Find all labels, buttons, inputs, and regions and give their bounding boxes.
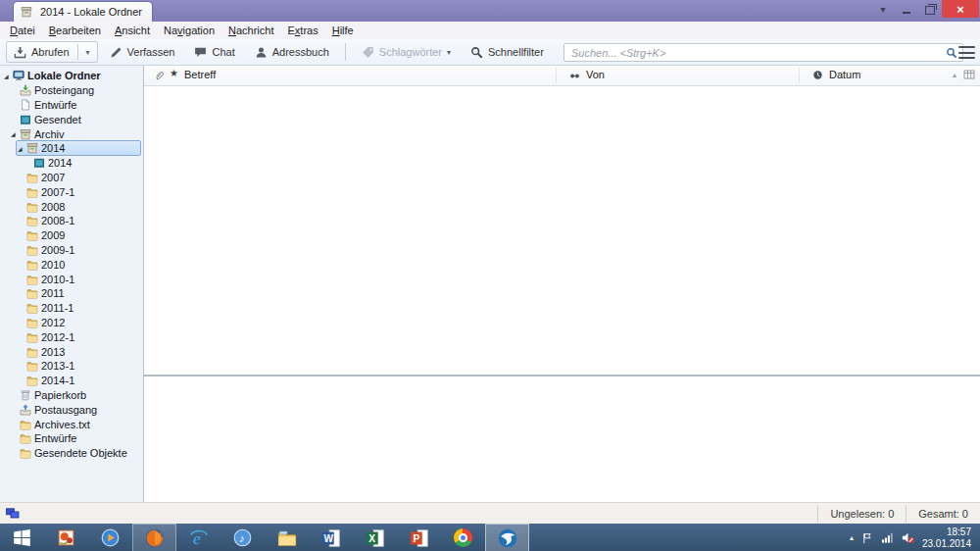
toolbar-button-chat[interactable]: Chat [186,41,242,63]
menu-ansicht[interactable]: Ansicht [108,23,157,38]
folder-label: 2009-1 [41,244,74,256]
online-status-icon[interactable] [6,508,20,520]
message-list[interactable] [144,86,980,375]
folder-item-2013-1[interactable]: 2013-1 [0,359,143,374]
restore-button[interactable] [918,0,942,18]
taskbar-app-internet-explorer[interactable]: e [176,524,220,551]
minimize-button[interactable] [895,0,918,18]
star-column-icon[interactable]: ★ [170,68,178,78]
folder-item-2014[interactable]: 2014 [0,156,143,171]
folder-label: 2012-1 [41,331,74,343]
menu-hilfe[interactable]: Hilfe [325,23,361,38]
folder-item-2014[interactable]: ◢2014 [0,141,143,156]
folder-label: 2013-1 [41,360,74,372]
column-betreff[interactable]: Betreff [184,69,216,80]
menu-navigation[interactable]: Navigation [157,23,221,38]
tab-list-button[interactable]: ▾ [871,0,895,18]
twisty-expanded-icon[interactable]: ◢ [10,130,20,137]
folder-label: Posteingang [34,84,94,96]
search-icon[interactable] [946,47,957,59]
toolbar-button-adressbuch[interactable]: Adressbuch [247,41,337,63]
folder-item-2013[interactable]: 2013 [0,344,143,359]
thread-pane: ★ Betreff Von Datum ▴ [144,66,980,502]
folder-icon [26,302,41,314]
toolbar-button-label: Adressbuch [272,46,329,58]
sort-direction-icon[interactable]: ▴ [953,71,956,79]
toolbar-button-abrufen[interactable]: Abrufen▾ [6,41,98,63]
taskbar-clock[interactable]: 18:57 23.01.2014 [922,526,971,549]
folder-item-2008[interactable]: 2008 [0,199,143,214]
action-center-flag-icon[interactable] [861,532,873,544]
folder-item-archiv[interactable]: ◢Archiv [0,126,143,141]
toolbar-button-schnellfilter[interactable]: Schnellfilter [463,41,552,63]
twisty-expanded-icon[interactable]: ◢ [17,145,26,152]
twisty-expanded-icon[interactable]: ◢ [3,73,13,79]
toolbar-separator [345,43,346,61]
taskbar-app-powerpoint[interactable]: P [397,524,441,551]
network-icon[interactable] [881,531,894,544]
search-input[interactable] [569,46,946,60]
folder-item-2007-1[interactable]: 2007-1 [0,184,143,199]
folder-item-papierkorb[interactable]: Papierkorb [0,388,143,403]
menu-datei[interactable]: Datei [3,23,42,38]
folder-item-2014-1[interactable]: 2014-1 [0,374,143,388]
taskbar-apps: e♪WXP [0,524,529,551]
volume-muted-icon[interactable] [902,531,914,544]
taskbar-app-photos[interactable] [44,524,88,551]
close-button[interactable]: × [942,0,979,18]
folder-item-2007[interactable]: 2007 [0,171,143,185]
media-player-icon [100,527,121,548]
menu-nachricht[interactable]: Nachricht [221,23,280,38]
folder-item-entw-rfe[interactable]: Entwürfe [0,98,143,113]
folder-item-gesendete-objekte[interactable]: Gesendete Objekte [0,446,143,461]
menu-bearbeiten[interactable]: Bearbeiten [42,23,108,38]
hidden-icons-button[interactable]: ▴ [850,533,854,542]
folder-label: 2008 [41,201,65,213]
folder-item-2010[interactable]: 2010 [0,257,143,272]
taskbar-app-file-explorer[interactable] [265,524,309,551]
folder-item-gesendet[interactable]: Gesendet [0,112,143,126]
folder-item-2012-1[interactable]: 2012-1 [0,329,143,344]
window-tab[interactable]: 2014 - Lokale Ordner [13,1,153,22]
folder-item-posteingang[interactable]: Posteingang [0,83,143,98]
taskbar-app-itunes[interactable]: ♪ [220,524,265,551]
attachment-column-icon[interactable] [154,70,165,80]
column-picker-icon[interactable] [963,69,975,80]
taskbar-app-thunderbird[interactable] [485,524,529,551]
folder-item-2009[interactable]: 2009 [0,228,143,243]
folder-item-archives-txt[interactable]: Archives.txt [0,417,143,431]
folder-item-2012[interactable]: 2012 [0,316,143,330]
archive-icon [20,128,34,140]
folder-item-2011[interactable]: 2011 [0,286,143,301]
toolbar-button-verfassen[interactable]: Verfassen [102,41,183,63]
folder-label: 2012 [41,317,65,328]
menu-extras[interactable]: Extras [280,23,324,38]
folder-item-lokale-ordner[interactable]: ◢Lokale Ordner [0,69,143,83]
excel-icon: X [365,527,386,549]
app-menu-button[interactable] [958,45,975,60]
dropdown-arrow-icon: ▾ [447,48,451,57]
svg-text:♪: ♪ [239,532,245,544]
taskbar-app-excel[interactable]: X [353,524,397,551]
toolbar-buttons: Abrufen▾VerfassenChatAdressbuchSchlagwör… [4,41,554,63]
folder-item-entw-rfe[interactable]: Entwürfe [0,431,143,446]
column-separator[interactable] [556,68,557,83]
column-header: ★ Betreff Von Datum ▴ [144,66,980,86]
folder-label: 2008-1 [41,215,74,226]
start-button[interactable] [0,524,44,551]
column-separator[interactable] [799,68,800,83]
dropdown-arrow-icon[interactable]: ▾ [86,48,90,57]
folder-item-2010-1[interactable]: 2010-1 [0,272,143,286]
taskbar-app-word[interactable]: W [309,524,353,551]
taskbar-app-chrome[interactable] [441,524,485,551]
taskbar-app-firefox[interactable] [132,524,176,551]
folder-pane: ◢Lokale OrdnerPosteingangEntwürfeGesende… [0,66,144,502]
folder-item-2008-1[interactable]: 2008-1 [0,214,143,228]
column-datum[interactable]: Datum [829,69,860,80]
folder-item-2009-1[interactable]: 2009-1 [0,243,143,258]
taskbar-app-media-player[interactable] [88,524,132,551]
folder-item-2011-1[interactable]: 2011-1 [0,301,143,316]
itunes-icon: ♪ [232,527,253,548]
folder-item-postausgang[interactable]: Postausgang [0,402,143,417]
column-von[interactable]: Von [586,69,605,80]
